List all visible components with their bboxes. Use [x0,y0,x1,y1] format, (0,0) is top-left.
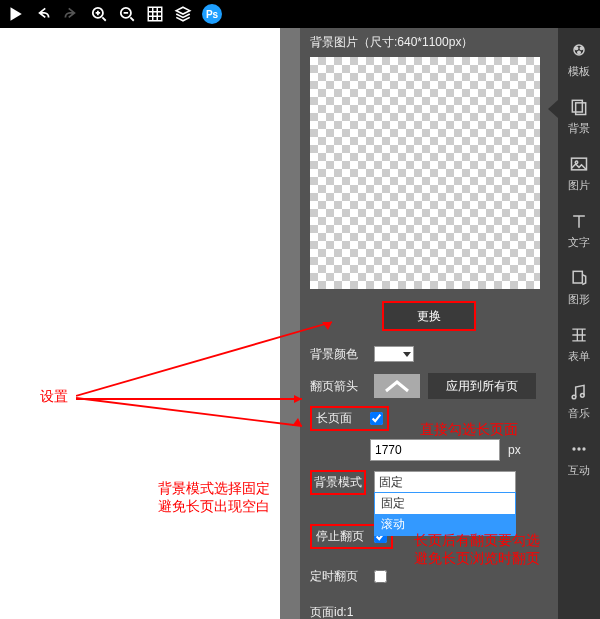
sidebar-interact[interactable]: 互动 [568,439,590,478]
sidebar-music[interactable]: 音乐 [568,382,590,421]
timed-flip-checkbox[interactable] [374,570,387,583]
svg-point-3 [575,47,578,50]
svg-point-4 [580,47,583,50]
background-preview[interactable] [310,57,540,289]
sidebar-shape[interactable]: 图形 [568,268,590,307]
undo-icon[interactable] [34,5,52,23]
svg-point-13 [572,447,575,450]
height-input[interactable] [370,439,500,461]
grid-icon[interactable] [146,5,164,23]
long-page-checkbox[interactable] [370,412,383,425]
layers-icon[interactable] [174,5,192,23]
svg-rect-10 [573,271,582,283]
redo-icon [62,5,80,23]
page-id-label: 页面id:1 [310,604,353,620]
properties-panel: 背景图片（尺寸:640*1100px） 更换 背景颜色 翻页箭头 应用到所有页 … [300,28,558,619]
sidebar-background[interactable]: 背景 [568,97,590,136]
top-toolbar: Ps [0,0,600,28]
flip-arrow-preview[interactable] [374,374,420,398]
bg-mode-option-scroll[interactable]: 滚动 [375,514,515,535]
height-unit: px [508,443,521,457]
svg-point-15 [582,447,585,450]
bg-color-label: 背景颜色 [310,346,366,363]
right-sidebar: 模板 背景 图片 文字 图形 表单 音乐 互动 [558,28,600,619]
zoom-out-icon[interactable] [118,5,136,23]
stop-flip-label: 停止翻页 [316,528,364,545]
bg-color-swatch[interactable] [374,346,414,362]
rightbar-notch [548,100,558,118]
timed-flip-label: 定时翻页 [310,568,366,585]
svg-point-11 [572,395,576,399]
long-page-label: 长页面 [316,410,352,427]
canvas-area [0,28,280,619]
sidebar-image[interactable]: 图片 [568,154,590,193]
apply-all-button[interactable]: 应用到所有页 [428,373,536,399]
svg-point-14 [577,447,580,450]
flip-arrow-label: 翻页箭头 [310,378,366,395]
bg-mode-select[interactable]: 固定 [374,471,516,493]
svg-point-5 [578,51,581,54]
bg-mode-option-fixed[interactable]: 固定 [375,493,515,514]
bg-mode-dropdown: 固定 滚动 [374,492,516,536]
change-button[interactable]: 更换 [384,303,474,329]
zoom-in-icon[interactable] [90,5,108,23]
bg-mode-label: 背景模式 [310,470,366,495]
sidebar-template[interactable]: 模板 [568,40,590,79]
svg-point-12 [581,394,585,398]
play-icon[interactable] [6,5,24,23]
photoshop-badge[interactable]: Ps [202,4,222,24]
sidebar-form[interactable]: 表单 [568,325,590,364]
sidebar-text[interactable]: 文字 [568,211,590,250]
panel-title: 背景图片（尺寸:640*1100px） [310,34,548,51]
